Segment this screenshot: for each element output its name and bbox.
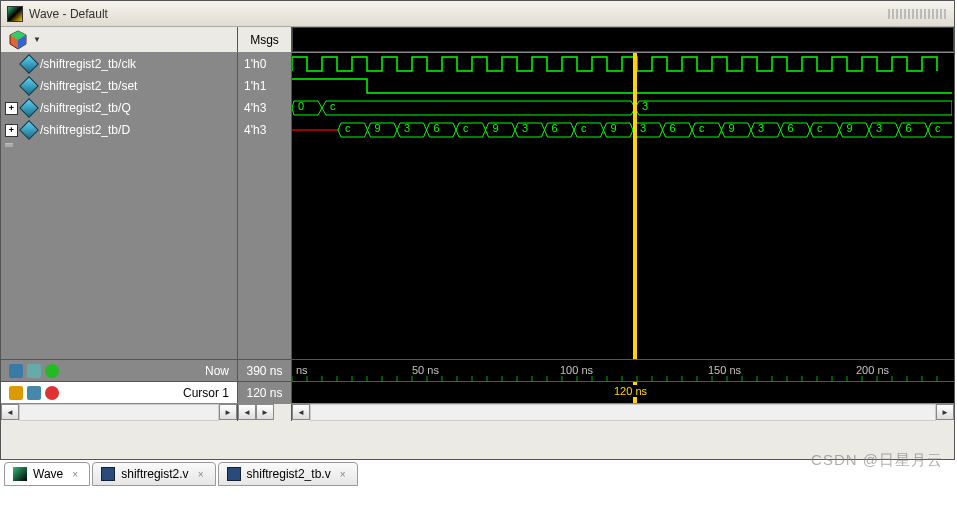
tree-icon[interactable] bbox=[27, 364, 41, 378]
msgs-hscroll[interactable]: ◄ ► bbox=[238, 404, 292, 421]
scroll-right-icon[interactable]: ► bbox=[936, 404, 954, 420]
svg-text:ns: ns bbox=[296, 364, 308, 376]
expand-plus-icon[interactable]: + bbox=[5, 102, 18, 115]
time-ruler[interactable]: ns50 ns100 ns150 ns200 ns bbox=[292, 360, 954, 381]
wave-lane-set bbox=[292, 75, 954, 97]
bus-d-val: c bbox=[345, 122, 351, 134]
cursor-row: Cursor 1 120 ns 120 ns bbox=[1, 381, 954, 403]
bus-d-val: c bbox=[817, 122, 823, 134]
remove-icon[interactable] bbox=[45, 386, 59, 400]
q-waveform bbox=[292, 97, 952, 119]
scrollbar-row: ◄ ► ◄ ► ◄ ► bbox=[1, 403, 954, 421]
now-row: Now 390 ns ns50 ns100 ns150 ns200 ns bbox=[1, 359, 954, 381]
cursor-time-marker: 120 ns bbox=[612, 385, 649, 397]
tab-label: shiftregist2.v bbox=[121, 467, 188, 481]
lock-icon[interactable] bbox=[9, 386, 23, 400]
cursor-label[interactable]: Cursor 1 bbox=[183, 386, 229, 400]
wave-lane-clk bbox=[292, 53, 954, 75]
wave-icon bbox=[13, 467, 27, 481]
add-icon[interactable] bbox=[45, 364, 59, 378]
tab-shiftregist2-tb[interactable]: shiftregist2_tb.v × bbox=[218, 462, 358, 486]
cursor-line[interactable] bbox=[633, 53, 637, 359]
scroll-track[interactable] bbox=[19, 404, 219, 421]
scroll-left-icon[interactable]: ◄ bbox=[238, 404, 256, 420]
signal-diamond-icon bbox=[19, 98, 39, 118]
now-left: Now bbox=[1, 360, 238, 381]
bus-d-val: 9 bbox=[729, 122, 735, 134]
bus-d-val: 3 bbox=[876, 122, 882, 134]
bus-d-val: 6 bbox=[788, 122, 794, 134]
wave-hscroll[interactable]: ◄ ► bbox=[292, 404, 954, 421]
close-icon[interactable]: × bbox=[337, 468, 349, 480]
waveform-panel[interactable]: 0 c 3 c936c936c936c936c936c bbox=[292, 53, 954, 359]
tab-wave[interactable]: Wave × bbox=[4, 462, 90, 486]
bus-q-val0: 0 bbox=[298, 100, 304, 112]
status-rows: Now 390 ns ns50 ns100 ns150 ns200 ns Cur… bbox=[1, 359, 954, 403]
bus-d-val: 9 bbox=[847, 122, 853, 134]
wave-lane-d: c936c936c936c936c936c bbox=[292, 119, 954, 141]
signal-diamond-icon bbox=[19, 76, 39, 96]
svg-text:200 ns: 200 ns bbox=[856, 364, 890, 376]
title-bar[interactable]: Wave - Default bbox=[1, 1, 954, 27]
signal-row[interactable]: /shiftregist2_tb/set bbox=[1, 75, 237, 97]
close-icon[interactable]: × bbox=[195, 468, 207, 480]
bus-d-val: 6 bbox=[906, 122, 912, 134]
bus-d-val: 3 bbox=[640, 122, 646, 134]
now-value: 390 ns bbox=[238, 360, 292, 381]
set-waveform bbox=[292, 75, 952, 97]
disk-icon[interactable] bbox=[9, 364, 23, 378]
main-area: /shiftregist2_tb/clk /shiftregist2_tb/se… bbox=[1, 53, 954, 359]
msgs-header: Msgs bbox=[238, 27, 292, 52]
bus-d-val: 6 bbox=[670, 122, 676, 134]
window-title: Wave - Default bbox=[29, 7, 108, 21]
tab-shiftregist2[interactable]: shiftregist2.v × bbox=[92, 462, 215, 486]
now-label: Now bbox=[205, 364, 229, 378]
close-icon[interactable]: × bbox=[69, 468, 81, 480]
signals-hscroll[interactable]: ◄ ► bbox=[1, 404, 238, 421]
expand-plus-icon[interactable]: + bbox=[5, 124, 18, 137]
insertion-marker-icon bbox=[5, 143, 13, 147]
msg-value: 4'h3 bbox=[238, 97, 291, 119]
bus-q-val1: c bbox=[330, 100, 336, 112]
bus-d-val: 6 bbox=[552, 122, 558, 134]
signal-row[interactable]: + /shiftregist2_tb/D bbox=[1, 119, 237, 141]
msg-value: 4'h3 bbox=[238, 119, 291, 141]
scroll-left-icon[interactable]: ◄ bbox=[292, 404, 310, 420]
bus-d-val: 9 bbox=[375, 122, 381, 134]
tab-label: Wave bbox=[33, 467, 63, 481]
grip-handle-icon[interactable] bbox=[888, 9, 948, 19]
svg-text:150 ns: 150 ns bbox=[708, 364, 742, 376]
bus-d-val: 3 bbox=[522, 122, 528, 134]
signals-panel[interactable]: /shiftregist2_tb/clk /shiftregist2_tb/se… bbox=[1, 53, 238, 359]
bus-d-val: c bbox=[935, 122, 941, 134]
bus-d-val: 3 bbox=[404, 122, 410, 134]
clk-waveform bbox=[292, 53, 952, 75]
bus-d-val: 6 bbox=[434, 122, 440, 134]
verilog-icon bbox=[101, 467, 115, 481]
tab-label: shiftregist2_tb.v bbox=[247, 467, 331, 481]
d-waveform bbox=[292, 119, 952, 141]
scroll-right-icon[interactable]: ► bbox=[219, 404, 237, 420]
dropdown-arrow-icon[interactable]: ▼ bbox=[33, 35, 41, 44]
msg-value: 1'h0 bbox=[238, 53, 291, 75]
toolbar-waveform-strip bbox=[292, 27, 954, 52]
cursor-value: 120 ns bbox=[238, 382, 292, 403]
wrench-icon[interactable] bbox=[27, 386, 41, 400]
msg-value: 1'h1 bbox=[238, 75, 291, 97]
bus-d-val: 3 bbox=[758, 122, 764, 134]
signal-name: /shiftregist2_tb/clk bbox=[40, 57, 136, 71]
cursor-ruler-area[interactable]: 120 ns bbox=[292, 382, 954, 403]
wave-app-icon bbox=[7, 6, 23, 22]
signal-name: /shiftregist2_tb/Q bbox=[40, 101, 131, 115]
wave-lane-q: 0 c 3 bbox=[292, 97, 954, 119]
verilog-icon bbox=[227, 467, 241, 481]
objects-cube-icon[interactable] bbox=[7, 29, 29, 51]
signal-row[interactable]: /shiftregist2_tb/clk bbox=[1, 53, 237, 75]
scroll-left-icon[interactable]: ◄ bbox=[1, 404, 19, 420]
scroll-right-icon[interactable]: ► bbox=[256, 404, 274, 420]
scroll-track[interactable] bbox=[310, 404, 936, 421]
signal-row[interactable]: + /shiftregist2_tb/Q bbox=[1, 97, 237, 119]
signal-name: /shiftregist2_tb/set bbox=[40, 79, 137, 93]
svg-text:100 ns: 100 ns bbox=[560, 364, 594, 376]
bus-d-val: 9 bbox=[611, 122, 617, 134]
